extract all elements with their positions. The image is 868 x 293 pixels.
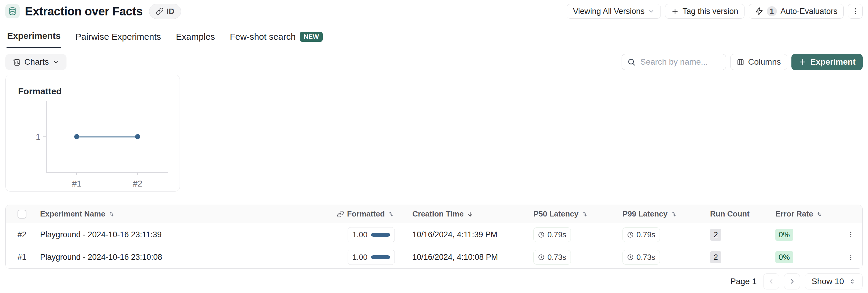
header-error-rate[interactable]: Error Rate xyxy=(765,209,839,219)
up-down-caret-icon xyxy=(849,278,856,285)
charts-label: Charts xyxy=(24,57,49,67)
header-run-count-label: Run Count xyxy=(710,209,749,219)
next-page-button[interactable] xyxy=(784,273,800,289)
link-icon xyxy=(156,7,163,15)
svg-text:1: 1 xyxy=(36,132,40,141)
viewing-versions-dropdown[interactable]: Viewing All Versions xyxy=(567,4,661,19)
columns-icon xyxy=(737,58,745,66)
header-p99-label: P99 Latency xyxy=(622,209,668,219)
row-actions-cell xyxy=(839,252,862,263)
p99-latency-cell: 0.73s xyxy=(608,250,697,264)
auto-evaluators-count: 1 xyxy=(767,6,777,16)
tab-experiments[interactable]: Experiments xyxy=(6,29,61,48)
header-creation-time[interactable]: Creation Time xyxy=(409,209,519,219)
row-index-cell: #2 xyxy=(6,230,38,239)
auto-evaluators-button[interactable]: 1 Auto-Evaluators xyxy=(749,4,844,19)
svg-text:#2: #2 xyxy=(133,179,142,188)
p99-latency-cell: 0.79s xyxy=(608,227,697,242)
table-row[interactable]: #1 Playground - 2024-10-16 23:10:08 1.00… xyxy=(6,246,862,268)
row-index-cell: #1 xyxy=(6,253,38,262)
p50-latency-cell: 0.79s xyxy=(519,227,608,242)
tab-pairwise-experiments[interactable]: Pairwise Experiments xyxy=(75,30,161,48)
header-experiment-name[interactable]: Experiment Name xyxy=(38,209,335,219)
page-indicator: Page 1 xyxy=(730,277,757,286)
plus-icon xyxy=(671,7,679,15)
p50-latency-cell: 0.73s xyxy=(519,250,608,264)
sort-desc-icon[interactable] xyxy=(467,210,474,218)
creation-time-cell: 10/16/2024, 4:10:08 PM xyxy=(409,253,519,262)
run-count-badge: 2 xyxy=(710,251,721,263)
formatted-chart: 1#1#2 xyxy=(18,98,171,192)
row-menu-button[interactable] xyxy=(845,252,857,263)
score-bar-fill xyxy=(371,233,390,237)
score-bar-track xyxy=(371,233,390,237)
clock-icon xyxy=(538,254,545,261)
row-actions-cell xyxy=(839,229,862,240)
sort-icon[interactable] xyxy=(108,211,115,217)
svg-text:#1: #1 xyxy=(72,179,81,188)
p50-latency-value: 0.73s xyxy=(548,253,566,262)
tab-pairwise-label: Pairwise Experiments xyxy=(75,32,161,42)
dataset-page: Extraction over Facts ID Viewing All Ver… xyxy=(0,4,868,289)
header-p99-latency[interactable]: P99 Latency xyxy=(608,209,697,219)
chart-title: Formatted xyxy=(18,86,171,96)
sort-icon[interactable] xyxy=(816,211,823,217)
row-menu-button[interactable] xyxy=(845,229,857,240)
select-all-checkbox[interactable] xyxy=(18,210,26,219)
charts-dropdown-button[interactable]: Charts xyxy=(5,54,66,70)
columns-label: Columns xyxy=(748,57,781,67)
score-bar-fill xyxy=(371,255,390,259)
table-header-row: Experiment Name Formatted Creation Time xyxy=(6,205,862,223)
title-actions: Viewing All Versions Tag this version 1 … xyxy=(567,4,863,19)
header-formatted[interactable]: Formatted xyxy=(335,209,409,219)
search-input[interactable] xyxy=(640,57,720,67)
header-p50-label: P50 Latency xyxy=(533,209,579,219)
formatted-score-value: 1.00 xyxy=(352,253,368,262)
p99-latency-value: 0.79s xyxy=(637,230,655,239)
formatted-score-pill[interactable]: 1.00 xyxy=(348,250,395,265)
creation-time-cell: 10/16/2024, 4:11:39 PM xyxy=(409,230,519,239)
tab-fewshot-label: Few-shot search xyxy=(230,32,296,42)
new-experiment-label: Experiment xyxy=(810,57,856,67)
copy-id-button[interactable]: ID xyxy=(149,4,181,19)
more-options-button[interactable] xyxy=(848,4,863,19)
p99-latency-value: 0.73s xyxy=(637,253,655,262)
page-size-select[interactable]: Show 10 xyxy=(805,273,863,289)
sort-icon[interactable] xyxy=(582,211,588,217)
run-count-cell: 2 xyxy=(697,229,765,241)
title-bar: Extraction over Facts ID Viewing All Ver… xyxy=(5,4,863,19)
pagination-bar: Page 1 Show 10 xyxy=(5,273,863,289)
formatted-score-cell: 1.00 xyxy=(335,227,409,242)
tag-version-button[interactable]: Tag this version xyxy=(665,4,745,19)
columns-button[interactable]: Columns xyxy=(730,54,787,70)
header-formatted-label: Formatted xyxy=(347,209,385,219)
search-box xyxy=(622,54,726,70)
tab-fewshot-search[interactable]: Few-shot search NEW xyxy=(229,30,323,48)
tab-examples-label: Examples xyxy=(176,32,215,42)
run-count-cell: 2 xyxy=(697,251,765,263)
sort-icon[interactable] xyxy=(671,211,677,217)
error-rate-badge: 0% xyxy=(775,251,793,263)
clock-icon xyxy=(538,231,545,238)
tag-version-label: Tag this version xyxy=(682,7,738,16)
clock-icon xyxy=(627,231,634,238)
header-p50-latency[interactable]: P50 Latency xyxy=(519,209,608,219)
header-error-rate-label: Error Rate xyxy=(775,209,813,219)
viewing-versions-label: Viewing All Versions xyxy=(573,7,645,16)
header-creation-time-label: Creation Time xyxy=(412,209,464,219)
new-badge: NEW xyxy=(300,32,323,42)
tab-examples[interactable]: Examples xyxy=(176,30,216,48)
clock-icon xyxy=(627,254,634,261)
previous-page-button[interactable] xyxy=(763,273,779,289)
sort-icon[interactable] xyxy=(388,211,394,217)
header-select-cell xyxy=(6,210,38,219)
chevron-down-icon xyxy=(648,8,655,14)
experiment-name-link[interactable]: Playground - 2024-10-16 23:10:08 xyxy=(38,253,335,262)
experiment-name-link[interactable]: Playground - 2024-10-16 23:11:39 xyxy=(38,230,335,239)
new-experiment-button[interactable]: Experiment xyxy=(792,54,863,70)
formatted-score-pill[interactable]: 1.00 xyxy=(348,227,395,242)
error-rate-cell: 0% xyxy=(765,229,839,241)
table-row[interactable]: #2 Playground - 2024-10-16 23:11:39 1.00… xyxy=(6,223,862,246)
experiments-table: Experiment Name Formatted Creation Time xyxy=(5,205,863,269)
auto-evaluators-label: Auto-Evaluators xyxy=(780,7,837,16)
